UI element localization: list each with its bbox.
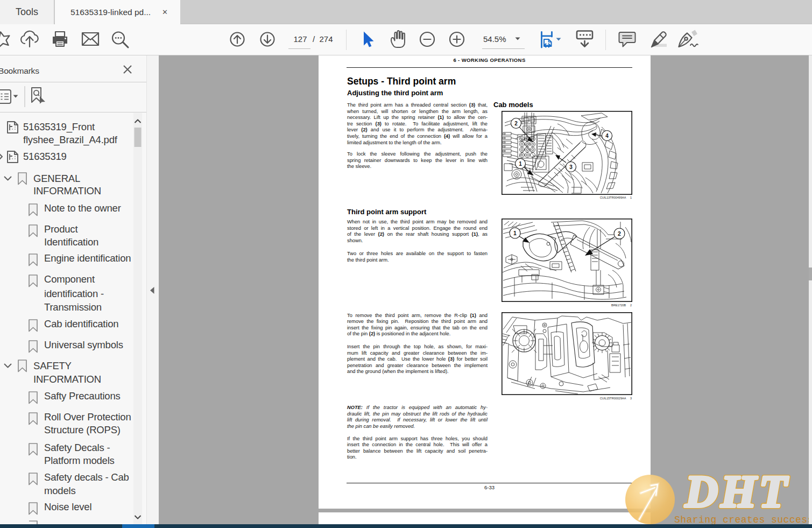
svg-text:DHT: DHT xyxy=(684,467,789,517)
svg-text:2: 2 xyxy=(618,230,621,237)
svg-text:4: 4 xyxy=(605,133,609,139)
svg-text:2: 2 xyxy=(514,121,518,126)
svg-text:3: 3 xyxy=(569,164,573,170)
svg-text:1: 1 xyxy=(519,161,522,167)
svg-text:1: 1 xyxy=(513,230,517,236)
